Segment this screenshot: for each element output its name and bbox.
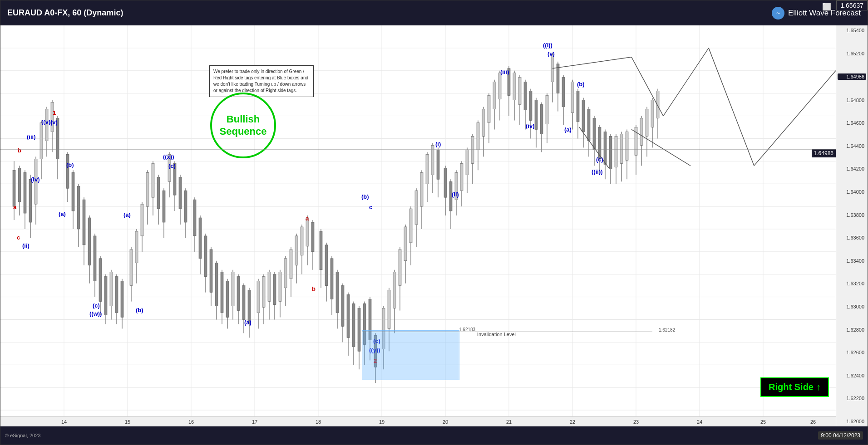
price-1.62000: 1.62000 <box>838 419 866 424</box>
svg-rect-54 <box>83 200 85 245</box>
svg-rect-176 <box>431 145 434 175</box>
svg-rect-88 <box>179 177 182 209</box>
svg-rect-136 <box>320 231 322 270</box>
time-tick-25: 25 <box>760 419 766 425</box>
price-1.62600: 1.62600 <box>838 350 866 355</box>
svg-rect-104 <box>226 281 229 318</box>
time-tick-20: 20 <box>443 419 448 425</box>
svg-rect-30 <box>13 170 15 206</box>
svg-rect-148 <box>352 304 355 347</box>
svg-rect-238 <box>609 136 612 169</box>
time-tick-22: 22 <box>570 419 575 425</box>
svg-rect-72 <box>135 231 138 263</box>
price-1.65400: 1.65400 <box>838 28 866 33</box>
expand-icon[interactable]: ⬜ <box>822 2 831 11</box>
svg-rect-134 <box>311 222 314 252</box>
svg-rect-90 <box>184 191 187 222</box>
time-tick-18: 18 <box>316 419 321 425</box>
svg-line-258 <box>709 48 754 166</box>
svg-rect-250 <box>646 109 648 137</box>
bullish-sequence: Bullish Sequence <box>210 93 276 158</box>
svg-rect-80 <box>157 177 160 209</box>
svg-rect-174 <box>426 154 429 184</box>
top-bar: EURAUD A0-FX, 60 (Dynamic) ~ Elliott Wav… <box>0 0 868 25</box>
price-1.63800: 1.63800 <box>838 212 866 218</box>
svg-rect-222 <box>562 78 565 107</box>
svg-rect-52 <box>77 186 80 229</box>
svg-rect-94 <box>199 218 202 259</box>
svg-rect-82 <box>163 191 165 222</box>
svg-rect-122 <box>279 272 281 302</box>
svg-rect-216 <box>546 96 548 124</box>
svg-rect-228 <box>582 100 585 132</box>
svg-rect-118 <box>268 272 271 302</box>
svg-rect-114 <box>257 281 260 313</box>
svg-rect-58 <box>94 236 96 281</box>
price-1.65200: 1.65200 <box>838 51 866 56</box>
svg-rect-84 <box>168 154 171 181</box>
svg-rect-124 <box>284 259 287 288</box>
logo-icon: ~ <box>772 7 784 20</box>
svg-rect-214 <box>540 105 543 134</box>
svg-rect-212 <box>535 100 538 130</box>
time-tick-23: 23 <box>633 419 639 425</box>
svg-rect-70 <box>130 249 133 286</box>
svg-rect-194 <box>482 109 485 137</box>
info-box: We prefer to trade only in direction of … <box>209 65 314 97</box>
svg-rect-160 <box>388 290 390 329</box>
svg-rect-112 <box>248 290 251 324</box>
price-1.62400: 1.62400 <box>838 373 866 378</box>
time-tick-15: 15 <box>125 419 130 425</box>
svg-line-255 <box>552 57 631 68</box>
svg-rect-162 <box>393 272 396 308</box>
price-1.62200: 1.62200 <box>838 396 866 401</box>
svg-rect-210 <box>529 91 532 121</box>
time-tick-17: 17 <box>252 419 257 425</box>
time-tick-21: 21 <box>506 419 512 425</box>
svg-rect-170 <box>415 191 418 225</box>
time-tick-26: 26 <box>810 419 816 425</box>
svg-rect-226 <box>577 91 579 122</box>
blue-box-wave2 <box>362 330 459 380</box>
svg-rect-86 <box>173 163 176 195</box>
svg-rect-92 <box>193 200 196 236</box>
svg-rect-100 <box>215 263 218 306</box>
svg-line-259 <box>631 129 690 166</box>
price-line-label: 1.62182 <box>659 328 675 333</box>
svg-rect-178 <box>437 150 439 179</box>
svg-rect-142 <box>336 272 339 313</box>
invalidation-price: 1.62183 <box>459 327 475 332</box>
svg-rect-132 <box>306 218 309 246</box>
svg-rect-202 <box>508 68 510 96</box>
price-1.63400: 1.63400 <box>838 258 866 264</box>
price-badge: 1.65637 <box>836 0 868 10</box>
price-1.64200: 1.64200 <box>838 166 866 171</box>
svg-rect-220 <box>557 64 559 93</box>
svg-rect-32 <box>18 168 21 202</box>
time-tick-24: 24 <box>697 419 702 425</box>
svg-rect-166 <box>404 227 407 261</box>
price-1.63200: 1.63200 <box>838 281 866 286</box>
svg-rect-40 <box>40 123 43 159</box>
svg-rect-38 <box>35 159 37 204</box>
svg-rect-240 <box>615 136 617 167</box>
price-axis: 1.65400 1.65200 1.64986 1.64800 1.64600 … <box>836 25 868 426</box>
svg-rect-230 <box>587 109 590 141</box>
svg-rect-180 <box>444 168 447 197</box>
svg-rect-48 <box>66 154 69 188</box>
svg-rect-184 <box>455 172 458 200</box>
svg-line-257 <box>663 48 709 116</box>
time-tick-19: 19 <box>379 419 385 425</box>
svg-rect-110 <box>242 286 245 320</box>
svg-rect-60 <box>99 259 102 302</box>
svg-rect-150 <box>358 308 360 352</box>
svg-rect-172 <box>420 172 423 206</box>
svg-rect-164 <box>399 249 401 286</box>
svg-rect-68 <box>121 281 123 318</box>
svg-rect-252 <box>651 100 654 127</box>
current-price-horizontal-line <box>0 149 836 150</box>
svg-rect-78 <box>152 163 154 197</box>
svg-rect-232 <box>593 118 596 150</box>
price-active: 1.64986 <box>838 73 866 80</box>
active-price-line: 1.64986 <box>812 149 836 157</box>
